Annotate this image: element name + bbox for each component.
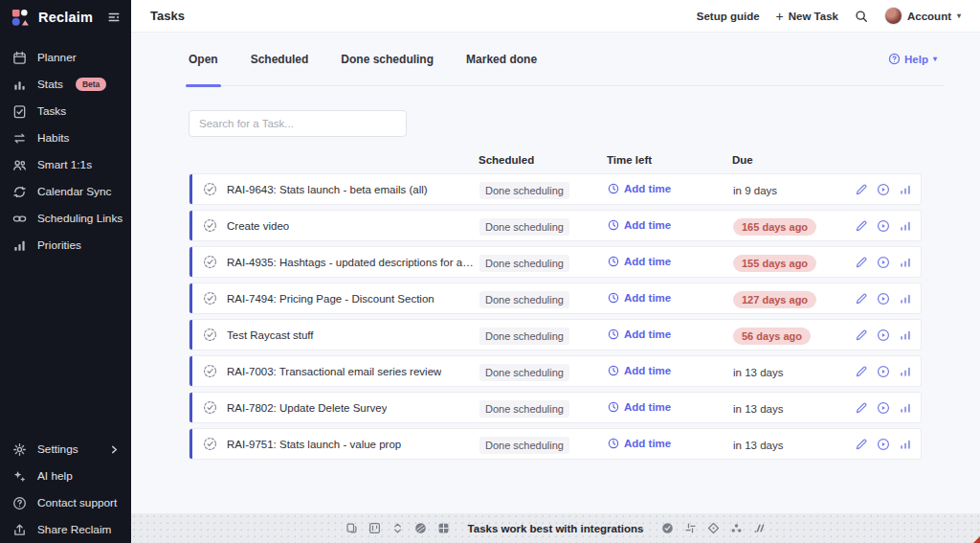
brand: Reclaim bbox=[0, 2, 131, 33]
more-options-icon[interactable]: ⋮ bbox=[921, 438, 922, 451]
scheduled-status: Done scheduling bbox=[479, 400, 569, 418]
sidebar-item-stats[interactable]: Stats Beta bbox=[0, 71, 131, 98]
slashes-icon bbox=[753, 522, 766, 534]
more-options-icon[interactable]: ⋮ bbox=[921, 328, 922, 342]
play-circle-icon[interactable] bbox=[877, 438, 890, 451]
play-circle-icon[interactable] bbox=[877, 292, 890, 305]
sidebar-item-smart-11s[interactable]: Smart 1:1s bbox=[0, 151, 131, 178]
task-check-icon[interactable] bbox=[203, 218, 217, 233]
tab-marked-done[interactable]: Marked done bbox=[466, 33, 537, 86]
edit-icon[interactable] bbox=[855, 328, 868, 342]
column-scheduled: Scheduled bbox=[479, 154, 607, 166]
add-time-button[interactable]: Add time bbox=[608, 219, 671, 231]
sidebar: Reclaim Planner Stats Beta Tasks Habits … bbox=[0, 0, 131, 543]
task-row[interactable]: RAI-9751: Stats launch - value prop Done… bbox=[189, 428, 922, 460]
task-check-icon[interactable] bbox=[203, 182, 217, 196]
sidebar-item-habits[interactable]: Habits bbox=[0, 124, 131, 151]
task-title: RAI-7802: Update Delete Survey bbox=[227, 402, 387, 414]
more-options-icon[interactable]: ⋮ bbox=[921, 219, 922, 233]
tab-scheduled[interactable]: Scheduled bbox=[251, 33, 309, 86]
more-options-icon[interactable]: ⋮ bbox=[921, 401, 922, 415]
task-row[interactable]: RAI-7494: Pricing Page - Discount Sectio… bbox=[189, 283, 922, 314]
sidebar-item-label: Settings bbox=[37, 442, 78, 456]
sidebar-item-planner[interactable]: Planner bbox=[0, 44, 131, 71]
task-check-icon[interactable] bbox=[203, 437, 217, 451]
sidebar-item-share-reclaim[interactable]: Share Reclaim bbox=[0, 516, 131, 543]
stats-bars-icon[interactable] bbox=[899, 328, 912, 342]
sidebar-item-priorities[interactable]: Priorities bbox=[0, 232, 131, 259]
task-row[interactable]: RAI-7003: Transactional email series rev… bbox=[189, 355, 922, 387]
edit-icon[interactable] bbox=[855, 365, 868, 378]
task-row[interactable]: RAI-7802: Update Delete Survey Done sche… bbox=[189, 392, 922, 423]
setup-guide-button[interactable]: Setup guide bbox=[697, 11, 760, 22]
more-options-icon[interactable]: ⋮ bbox=[921, 183, 922, 196]
play-circle-icon[interactable] bbox=[877, 256, 890, 269]
add-time-button[interactable]: Add time bbox=[608, 401, 671, 413]
people-icon bbox=[12, 158, 27, 172]
play-circle-icon[interactable] bbox=[877, 183, 890, 196]
task-row[interactable]: Test Raycast stuff Done scheduling Add t… bbox=[189, 319, 922, 351]
edit-icon[interactable] bbox=[855, 183, 868, 196]
stats-bars-icon[interactable] bbox=[899, 183, 912, 196]
sidebar-item-ai-help[interactable]: AI help bbox=[0, 463, 131, 489]
edit-icon[interactable] bbox=[855, 401, 868, 415]
account-label: Account bbox=[907, 11, 951, 22]
task-row[interactable]: RAI-9643: Stats launch - beta emails (al… bbox=[189, 173, 922, 205]
sidebar-item-label: Smart 1:1s bbox=[37, 158, 92, 171]
stats-bars-icon[interactable] bbox=[899, 219, 912, 233]
task-check-icon[interactable] bbox=[203, 364, 217, 378]
new-task-button[interactable]: + New Task bbox=[776, 10, 838, 23]
priorities-icon bbox=[12, 238, 27, 253]
help-button[interactable]: Help ▾ bbox=[888, 53, 945, 65]
add-time-button[interactable]: Add time bbox=[608, 292, 671, 304]
play-circle-icon[interactable] bbox=[877, 219, 890, 233]
clock-icon bbox=[608, 365, 619, 376]
edit-icon[interactable] bbox=[855, 256, 868, 269]
sidebar-item-tasks[interactable]: Tasks bbox=[0, 98, 131, 124]
add-time-button[interactable]: Add time bbox=[608, 328, 671, 340]
due-value: 155 days ago bbox=[733, 255, 816, 272]
add-time-label: Add time bbox=[624, 328, 671, 340]
stats-bars-icon[interactable] bbox=[899, 401, 912, 415]
sync-icon bbox=[12, 185, 27, 199]
task-check-icon[interactable] bbox=[203, 328, 217, 342]
sidebar-item-calendar-sync[interactable]: Calendar Sync bbox=[0, 178, 131, 205]
sidebar-item-scheduling-links[interactable]: Scheduling Links bbox=[0, 205, 131, 232]
collapse-sidebar-icon[interactable] bbox=[107, 11, 121, 24]
dots-cluster-icon bbox=[730, 522, 743, 534]
add-time-button[interactable]: Add time bbox=[608, 365, 671, 376]
stats-bars-icon[interactable] bbox=[899, 438, 912, 451]
search-icon[interactable] bbox=[855, 10, 868, 23]
more-options-icon[interactable]: ⋮ bbox=[921, 365, 922, 378]
stats-bars-icon[interactable] bbox=[899, 365, 912, 378]
gear-icon bbox=[12, 442, 27, 457]
play-circle-icon[interactable] bbox=[877, 401, 890, 415]
play-circle-icon[interactable] bbox=[877, 365, 890, 378]
stats-bars-icon[interactable] bbox=[899, 256, 912, 269]
more-options-icon[interactable]: ⋮ bbox=[921, 256, 922, 269]
account-menu[interactable]: Account ▾ bbox=[884, 7, 961, 25]
play-circle-icon[interactable] bbox=[877, 328, 890, 342]
more-options-icon[interactable]: ⋮ bbox=[921, 292, 922, 305]
add-time-button[interactable]: Add time bbox=[608, 438, 671, 449]
clock-icon bbox=[608, 328, 619, 340]
edit-icon[interactable] bbox=[855, 292, 868, 305]
task-check-icon[interactable] bbox=[203, 291, 217, 305]
tab-done-scheduling[interactable]: Done scheduling bbox=[341, 33, 434, 86]
task-check-icon[interactable] bbox=[203, 400, 217, 415]
edit-icon[interactable] bbox=[855, 219, 868, 233]
edit-icon[interactable] bbox=[855, 438, 868, 451]
task-row[interactable]: RAI-4935: Hashtags - updated description… bbox=[189, 246, 922, 278]
task-search-input[interactable] bbox=[199, 118, 396, 129]
add-time-button[interactable]: Add time bbox=[608, 256, 671, 267]
task-check-icon[interactable] bbox=[203, 255, 217, 269]
beta-badge: Beta bbox=[76, 78, 106, 91]
sidebar-item-settings[interactable]: Settings bbox=[0, 436, 131, 463]
tab-open[interactable]: Open bbox=[189, 33, 218, 86]
stats-bars-icon[interactable] bbox=[899, 292, 912, 305]
priority-accent-bar bbox=[189, 283, 192, 313]
add-time-button[interactable]: Add time bbox=[608, 183, 671, 194]
task-row[interactable]: Create video Done scheduling Add time 16… bbox=[189, 210, 922, 241]
sidebar-item-label: Tasks bbox=[37, 104, 66, 118]
sidebar-item-contact-support[interactable]: Contact support bbox=[0, 489, 131, 516]
